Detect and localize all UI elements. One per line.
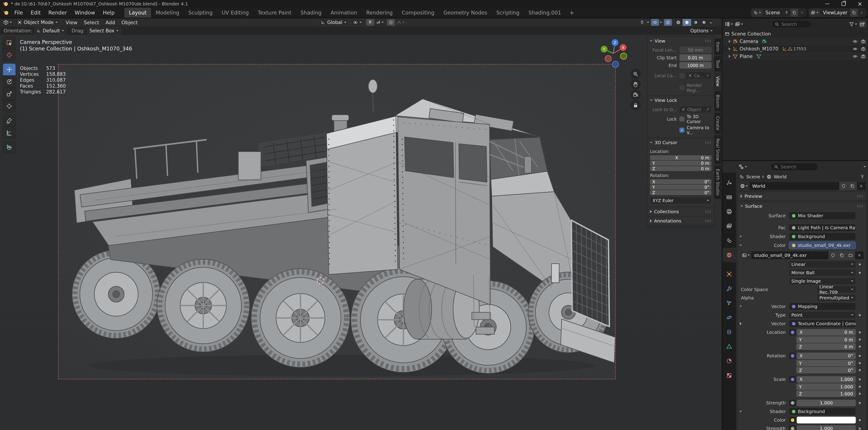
lock-to-object-field[interactable]: Object bbox=[679, 106, 712, 113]
rotation-z-field[interactable]: Z0° bbox=[796, 367, 856, 373]
viewport-menu-add[interactable]: Add bbox=[102, 20, 118, 25]
shading-solid-button[interactable] bbox=[683, 19, 691, 26]
expand-icon[interactable] bbox=[729, 55, 731, 58]
properties-options-dropdown[interactable] bbox=[864, 166, 866, 168]
tool-annotate[interactable] bbox=[3, 115, 16, 127]
cursor-rot-z-field[interactable]: Z0° bbox=[650, 190, 712, 195]
vector2-input-button[interactable]: Texture Coordinate | Generated bbox=[789, 320, 856, 327]
workspace-tab-shading[interactable]: Shading bbox=[296, 8, 326, 18]
shading-wireframe-button[interactable] bbox=[674, 19, 683, 26]
tab-output-properties[interactable] bbox=[722, 204, 736, 219]
gizmo-dropdown[interactable] bbox=[638, 19, 649, 26]
overlays-dropdown[interactable] bbox=[651, 19, 662, 26]
tool-scale[interactable] bbox=[3, 88, 16, 100]
viewlayer-name[interactable]: ViewLayer bbox=[820, 10, 850, 16]
drag-handle-icon[interactable] bbox=[857, 205, 864, 207]
workspace-tab-geometry-nodes[interactable]: Geometry Nodes bbox=[439, 8, 492, 18]
panel-3d-cursor-header[interactable]: 3D Cursor bbox=[648, 139, 714, 147]
drag-setting-dropdown[interactable]: Select Box bbox=[87, 27, 121, 34]
image-browse-button[interactable] bbox=[740, 251, 751, 259]
shading-material-button[interactable] bbox=[691, 19, 700, 26]
snap-toggle[interactable] bbox=[366, 19, 374, 26]
duplicate-button[interactable] bbox=[848, 182, 857, 190]
focal-length-field[interactable]: 50 mm bbox=[679, 47, 712, 53]
render-region-checkbox[interactable] bbox=[679, 85, 684, 90]
workspace-tab-sculpting[interactable]: Sculpting bbox=[184, 8, 217, 18]
workspace-tab-animation[interactable]: Animation bbox=[326, 8, 362, 18]
tab-material-properties[interactable] bbox=[722, 354, 736, 368]
workspace-tab-scripting[interactable]: Scripting bbox=[492, 8, 524, 18]
breadcrumb-scene[interactable]: Scene bbox=[746, 174, 760, 179]
color-input-button[interactable]: studio_small_09_4k.exr bbox=[789, 241, 856, 249]
workspace-tab-layout[interactable]: Layout bbox=[124, 8, 151, 18]
outliner-item-label[interactable]: Plane bbox=[740, 54, 753, 59]
vector-input-button[interactable]: Mapping bbox=[789, 303, 856, 310]
tab-item[interactable]: Item bbox=[714, 38, 721, 55]
outliner-row-camera[interactable]: Camera bbox=[722, 37, 868, 45]
local-camera-field[interactable]: Ca... bbox=[686, 72, 712, 79]
world-name-field[interactable]: World bbox=[749, 183, 839, 189]
tool-cursor[interactable] bbox=[3, 49, 16, 61]
lock-to-cursor-checkbox[interactable] bbox=[679, 117, 684, 121]
panel-view-lock-header[interactable]: View Lock bbox=[648, 96, 714, 104]
source-dropdown[interactable]: Single Image bbox=[789, 278, 856, 285]
location-x-field[interactable]: X0 m bbox=[797, 329, 856, 336]
disable-render-icon[interactable] bbox=[861, 47, 866, 51]
viewport-menu-object[interactable]: Object bbox=[118, 20, 141, 25]
type-dropdown[interactable]: Point bbox=[789, 311, 856, 319]
shading-rendered-button[interactable] bbox=[700, 19, 708, 26]
viewlayer-selector[interactable]: ViewLayer bbox=[809, 9, 866, 17]
alpha-dropdown[interactable]: Premultiplied bbox=[817, 294, 856, 302]
breadcrumb-world[interactable]: World bbox=[774, 174, 786, 179]
camera-to-view-checkbox[interactable]: ✓ bbox=[679, 127, 684, 133]
scene-unlink-button[interactable] bbox=[798, 9, 806, 17]
disable-render-icon[interactable] bbox=[861, 39, 866, 44]
tool-measure[interactable] bbox=[3, 127, 16, 139]
location-y-field[interactable]: Y0 m bbox=[796, 336, 856, 343]
image-fake-user-button[interactable] bbox=[829, 251, 837, 259]
outliner-item-label[interactable]: Camera bbox=[740, 39, 758, 44]
strength2-socket[interactable] bbox=[789, 425, 796, 430]
hide-eye-icon[interactable] bbox=[852, 47, 858, 51]
local-camera-checkbox[interactable] bbox=[679, 73, 684, 78]
menu-render[interactable]: Render bbox=[44, 8, 71, 18]
snap-settings-dropdown[interactable] bbox=[375, 20, 385, 25]
tab-scene-properties[interactable] bbox=[722, 233, 736, 248]
scale-z-field[interactable]: Z1.000 bbox=[796, 391, 856, 397]
interpolation-dropdown[interactable]: Linear bbox=[789, 261, 856, 268]
proportional-falloff-dropdown[interactable] bbox=[396, 20, 406, 25]
restore-button[interactable] bbox=[835, 0, 852, 8]
tool-rotate[interactable] bbox=[3, 76, 16, 88]
tab-object-properties[interactable] bbox=[722, 267, 736, 281]
mode-dropdown[interactable]: Object Mode bbox=[15, 19, 60, 26]
panel-surface-header[interactable]: Surface bbox=[738, 202, 866, 210]
panel-view-header[interactable]: View bbox=[648, 37, 714, 45]
image-unlink-button[interactable] bbox=[855, 251, 864, 259]
tab-earth-studio[interactable]: Earth Studio bbox=[714, 166, 721, 199]
scale-x-field[interactable]: X1.000 bbox=[797, 376, 856, 383]
cursor-loc-y-field[interactable]: Y0 m bbox=[650, 161, 712, 166]
tab-real-snow[interactable]: Real Snow bbox=[714, 135, 721, 164]
expand-icon[interactable] bbox=[729, 40, 731, 43]
pan-button[interactable] bbox=[630, 79, 641, 90]
image-duplicate-button[interactable] bbox=[837, 251, 846, 259]
outliner-item-label[interactable]: Scene Collection bbox=[732, 31, 771, 37]
properties-search-input[interactable] bbox=[780, 164, 815, 170]
fac-input-button[interactable]: Light Path | Is Camera Ray bbox=[789, 224, 856, 231]
tab-view[interactable]: View bbox=[714, 73, 721, 90]
fake-user-button[interactable] bbox=[839, 182, 848, 190]
location-z-field[interactable]: Z0 m bbox=[796, 343, 856, 350]
tab-viewlayer-properties[interactable] bbox=[722, 219, 736, 233]
menu-edit[interactable]: Edit bbox=[27, 8, 45, 18]
cursor-rot-x-field[interactable]: X0° bbox=[650, 179, 712, 184]
cursor-loc-z-field[interactable]: Z0 m bbox=[650, 166, 712, 171]
outliner-row-scene-collection[interactable]: Scene Collection bbox=[722, 30, 868, 37]
zoom-button[interactable] bbox=[630, 69, 641, 79]
viewport-menu-select[interactable]: Select bbox=[81, 20, 102, 25]
color2-swatch[interactable] bbox=[797, 417, 856, 424]
xray-toggle[interactable] bbox=[664, 19, 672, 26]
color2-socket[interactable] bbox=[789, 417, 796, 424]
tab-world-properties[interactable] bbox=[722, 248, 736, 262]
workspace-tab-compositing[interactable]: Compositing bbox=[397, 8, 439, 18]
options-dropdown[interactable]: Options bbox=[690, 28, 713, 33]
